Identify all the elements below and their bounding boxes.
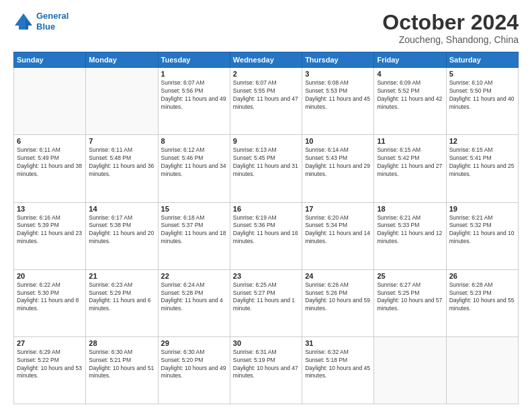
calendar-cell: 14Sunrise: 6:17 AM Sunset: 5:38 PM Dayli… <box>86 202 158 269</box>
day-number: 21 <box>89 272 154 280</box>
day-info: Sunrise: 6:13 AM Sunset: 5:45 PM Dayligh… <box>233 146 299 179</box>
title-block: October 2024 Zoucheng, Shandong, China <box>382 11 519 45</box>
calendar-cell: 30Sunrise: 6:31 AM Sunset: 5:19 PM Dayli… <box>230 336 302 404</box>
calendar-cell: 9Sunrise: 6:13 AM Sunset: 5:45 PM Daylig… <box>230 135 302 202</box>
calendar-cell: 11Sunrise: 6:15 AM Sunset: 5:42 PM Dayli… <box>374 135 446 202</box>
col-friday: Friday <box>374 52 446 68</box>
day-number: 30 <box>233 339 299 347</box>
logo-line2: Blue <box>36 21 55 32</box>
page: General Blue October 2024 Zoucheng, Shan… <box>0 0 532 411</box>
col-wednesday: Wednesday <box>230 52 302 68</box>
day-info: Sunrise: 6:21 AM Sunset: 5:32 PM Dayligh… <box>449 214 515 246</box>
calendar-cell: 27Sunrise: 6:29 AM Sunset: 5:22 PM Dayli… <box>14 336 86 404</box>
logo-icon <box>13 12 34 31</box>
calendar-cell <box>86 68 158 135</box>
day-info: Sunrise: 6:11 AM Sunset: 5:49 PM Dayligh… <box>17 146 83 179</box>
day-number: 9 <box>233 137 299 145</box>
calendar-cell: 2Sunrise: 6:07 AM Sunset: 5:55 PM Daylig… <box>230 68 302 135</box>
week-row-4: 27Sunrise: 6:29 AM Sunset: 5:22 PM Dayli… <box>14 336 519 404</box>
calendar-cell: 21Sunrise: 6:23 AM Sunset: 5:29 PM Dayli… <box>86 269 158 336</box>
day-number: 17 <box>305 205 371 213</box>
calendar-cell: 12Sunrise: 6:15 AM Sunset: 5:41 PM Dayli… <box>446 135 518 202</box>
day-number: 16 <box>233 205 299 213</box>
day-number: 14 <box>89 205 154 213</box>
day-info: Sunrise: 6:08 AM Sunset: 5:53 PM Dayligh… <box>305 79 371 111</box>
col-saturday: Saturday <box>446 52 518 68</box>
day-info: Sunrise: 6:29 AM Sunset: 5:22 PM Dayligh… <box>17 349 83 381</box>
day-info: Sunrise: 6:32 AM Sunset: 5:18 PM Dayligh… <box>305 349 371 381</box>
week-row-3: 20Sunrise: 6:22 AM Sunset: 5:30 PM Dayli… <box>14 269 519 336</box>
header-row: Sunday Monday Tuesday Wednesday Thursday… <box>14 52 519 68</box>
calendar-cell: 15Sunrise: 6:18 AM Sunset: 5:37 PM Dayli… <box>158 202 230 269</box>
day-info: Sunrise: 6:22 AM Sunset: 5:30 PM Dayligh… <box>17 281 83 314</box>
logo: General Blue <box>13 11 69 32</box>
calendar-cell: 19Sunrise: 6:21 AM Sunset: 5:32 PM Dayli… <box>446 202 518 269</box>
calendar-cell: 3Sunrise: 6:08 AM Sunset: 5:53 PM Daylig… <box>302 68 374 135</box>
day-number: 4 <box>377 70 443 78</box>
calendar-cell <box>374 336 446 404</box>
day-number: 15 <box>161 205 227 213</box>
calendar-cell: 17Sunrise: 6:20 AM Sunset: 5:34 PM Dayli… <box>302 202 374 269</box>
svg-marker-0 <box>15 13 32 30</box>
day-info: Sunrise: 6:30 AM Sunset: 5:20 PM Dayligh… <box>161 349 227 381</box>
calendar-cell: 6Sunrise: 6:11 AM Sunset: 5:49 PM Daylig… <box>14 135 86 202</box>
day-number: 2 <box>233 70 299 78</box>
logo-line1: General <box>36 11 69 21</box>
day-info: Sunrise: 6:17 AM Sunset: 5:38 PM Dayligh… <box>89 214 154 246</box>
calendar-cell: 4Sunrise: 6:09 AM Sunset: 5:52 PM Daylig… <box>374 68 446 135</box>
day-info: Sunrise: 6:07 AM Sunset: 5:55 PM Dayligh… <box>233 79 299 111</box>
day-info: Sunrise: 6:15 AM Sunset: 5:42 PM Dayligh… <box>377 146 443 179</box>
calendar-header: Sunday Monday Tuesday Wednesday Thursday… <box>14 52 519 68</box>
calendar-cell: 16Sunrise: 6:19 AM Sunset: 5:36 PM Dayli… <box>230 202 302 269</box>
day-number: 28 <box>89 339 154 347</box>
week-row-1: 6Sunrise: 6:11 AM Sunset: 5:49 PM Daylig… <box>14 135 519 202</box>
day-number: 7 <box>89 137 154 145</box>
calendar-cell: 22Sunrise: 6:24 AM Sunset: 5:28 PM Dayli… <box>158 269 230 336</box>
day-number: 25 <box>377 272 443 280</box>
calendar-cell: 25Sunrise: 6:27 AM Sunset: 5:25 PM Dayli… <box>374 269 446 336</box>
day-number: 1 <box>161 70 227 78</box>
calendar-cell <box>446 336 518 404</box>
day-info: Sunrise: 6:12 AM Sunset: 5:46 PM Dayligh… <box>161 146 227 179</box>
calendar-cell: 31Sunrise: 6:32 AM Sunset: 5:18 PM Dayli… <box>302 336 374 404</box>
calendar-table: Sunday Monday Tuesday Wednesday Thursday… <box>13 52 519 404</box>
day-info: Sunrise: 6:21 AM Sunset: 5:33 PM Dayligh… <box>377 214 443 246</box>
calendar-cell: 1Sunrise: 6:07 AM Sunset: 5:56 PM Daylig… <box>158 68 230 135</box>
day-number: 12 <box>449 137 515 145</box>
day-info: Sunrise: 6:26 AM Sunset: 5:26 PM Dayligh… <box>305 281 371 314</box>
calendar-cell: 13Sunrise: 6:16 AM Sunset: 5:39 PM Dayli… <box>14 202 86 269</box>
day-info: Sunrise: 6:25 AM Sunset: 5:27 PM Dayligh… <box>233 281 299 314</box>
day-info: Sunrise: 6:27 AM Sunset: 5:25 PM Dayligh… <box>377 281 443 314</box>
calendar-cell: 7Sunrise: 6:11 AM Sunset: 5:48 PM Daylig… <box>86 135 158 202</box>
col-thursday: Thursday <box>302 52 374 68</box>
col-monday: Monday <box>86 52 158 68</box>
day-info: Sunrise: 6:19 AM Sunset: 5:36 PM Dayligh… <box>233 214 299 246</box>
day-number: 20 <box>17 272 83 280</box>
col-tuesday: Tuesday <box>158 52 230 68</box>
week-row-0: 1Sunrise: 6:07 AM Sunset: 5:56 PM Daylig… <box>14 68 519 135</box>
day-info: Sunrise: 6:14 AM Sunset: 5:43 PM Dayligh… <box>305 146 371 179</box>
calendar-cell: 10Sunrise: 6:14 AM Sunset: 5:43 PM Dayli… <box>302 135 374 202</box>
calendar-cell: 8Sunrise: 6:12 AM Sunset: 5:46 PM Daylig… <box>158 135 230 202</box>
day-number: 5 <box>449 70 515 78</box>
calendar-cell: 18Sunrise: 6:21 AM Sunset: 5:33 PM Dayli… <box>374 202 446 269</box>
day-number: 18 <box>377 205 443 213</box>
day-info: Sunrise: 6:31 AM Sunset: 5:19 PM Dayligh… <box>233 349 299 381</box>
day-number: 8 <box>161 137 227 145</box>
location-subtitle: Zoucheng, Shandong, China <box>382 34 519 45</box>
col-sunday: Sunday <box>14 52 86 68</box>
calendar-body: 1Sunrise: 6:07 AM Sunset: 5:56 PM Daylig… <box>14 68 519 404</box>
month-title: October 2024 <box>382 11 519 34</box>
day-number: 22 <box>161 272 227 280</box>
day-number: 3 <box>305 70 371 78</box>
day-number: 31 <box>305 339 371 347</box>
day-number: 19 <box>449 205 515 213</box>
day-info: Sunrise: 6:09 AM Sunset: 5:52 PM Dayligh… <box>377 79 443 111</box>
logo-text: General Blue <box>36 11 69 32</box>
day-number: 27 <box>17 339 83 347</box>
day-number: 24 <box>305 272 371 280</box>
day-info: Sunrise: 6:11 AM Sunset: 5:48 PM Dayligh… <box>89 146 154 179</box>
day-info: Sunrise: 6:23 AM Sunset: 5:29 PM Dayligh… <box>89 281 154 314</box>
day-info: Sunrise: 6:10 AM Sunset: 5:50 PM Dayligh… <box>449 79 515 111</box>
day-number: 26 <box>449 272 515 280</box>
